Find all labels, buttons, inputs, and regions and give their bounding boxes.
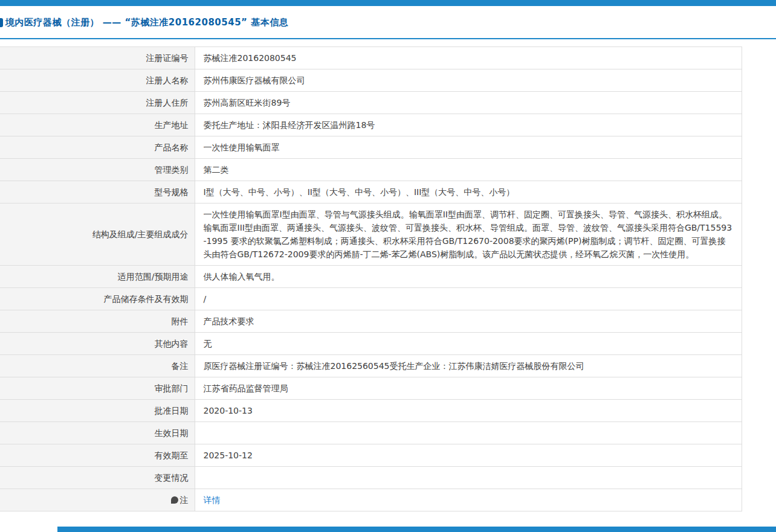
row-label: 注册人名称 <box>0 69 195 92</box>
row-label: 备注 <box>0 355 195 377</box>
row-value <box>195 467 742 489</box>
row-value: 江苏省药品监督管理局 <box>195 377 742 400</box>
page-title: 境内医疗器械（注册） —— “苏械注准20162080545” 基本信息 <box>5 17 288 28</box>
detail-link[interactable]: 详情 <box>204 495 221 505</box>
table-row: 附件产品技术要求 <box>0 310 742 333</box>
row-label: 适用范围/预期用途 <box>0 266 195 288</box>
table-row: 变更情况 <box>0 467 742 489</box>
row-label: 型号规格 <box>0 181 195 204</box>
row-label: 批准日期 <box>0 400 195 422</box>
table-row: 其他内容无 <box>0 333 742 355</box>
row-value: / <box>195 288 742 310</box>
table-row: 注册人名称苏州伟康医疗器械有限公司 <box>0 69 742 92</box>
row-label: 产品储存条件及有效期 <box>0 288 195 310</box>
table-row: 批准日期2020-10-13 <box>0 400 742 422</box>
table-row: 注册证编号苏械注准20162080545 <box>0 47 742 69</box>
table-row: 生效日期 <box>0 422 742 444</box>
row-label: 变更情况 <box>0 467 195 489</box>
row-label: 其他内容 <box>0 333 195 355</box>
row-label: 管理类别 <box>0 159 195 181</box>
row-value: 苏州伟康医疗器械有限公司 <box>195 69 742 92</box>
info-table-body: 注册证编号苏械注准20162080545注册人名称苏州伟康医疗器械有限公司注册人… <box>0 47 742 511</box>
table-row: 适用范围/预期用途供人体输入氧气用。 <box>0 266 742 288</box>
row-value: I型（大号、中号、小号）、II型（大号、中号、小号）、III型（大号、中号、小号… <box>195 181 742 204</box>
table-row: 生产地址委托生产地址：沭阳县经济开发区温州路18号 <box>0 114 742 136</box>
row-value: 2025-10-12 <box>195 444 742 467</box>
table-row: 型号规格I型（大号、中号、小号）、II型（大号、中号、小号）、III型（大号、中… <box>0 181 742 204</box>
row-value: 一次性使用输氧面罩 <box>195 136 742 159</box>
row-value: 苏械注准20162080545 <box>195 47 742 69</box>
registration-info-table: 注册证编号苏械注准20162080545注册人名称苏州伟康医疗器械有限公司注册人… <box>0 46 742 511</box>
row-value: 详情 <box>195 489 742 511</box>
registration-info-section: 注册证编号苏械注准20162080545注册人名称苏州伟康医疗器械有限公司注册人… <box>0 46 776 511</box>
row-value <box>195 422 742 444</box>
list-icon <box>0 18 3 27</box>
row-label: 生产地址 <box>0 114 195 136</box>
table-row: 注详情 <box>0 489 742 511</box>
row-label: 生效日期 <box>0 422 195 444</box>
row-label: 附件 <box>0 310 195 333</box>
table-row: 管理类别第二类 <box>0 159 742 181</box>
row-value: 供人体输入氧气用。 <box>195 266 742 288</box>
table-row: 备注原医疗器械注册证编号：苏械注准20162560545受托生产企业：江苏伟康洁… <box>0 355 742 377</box>
table-row: 产品储存条件及有效期/ <box>0 288 742 310</box>
row-value: 2020-10-13 <box>195 400 742 422</box>
table-row: 产品名称一次性使用输氧面罩 <box>0 136 742 159</box>
row-label: 有效期至 <box>0 444 195 467</box>
row-label: 审批部门 <box>0 377 195 400</box>
row-label: 结构及组成/主要组成成分 <box>0 204 195 266</box>
row-label: 注 <box>0 489 195 511</box>
row-value: 原医疗器械注册证编号：苏械注准20162560545受托生产企业：江苏伟康洁婧医… <box>195 355 742 377</box>
table-row: 注册人住所苏州高新区旺米街89号 <box>0 92 742 114</box>
bottom-accent-bar <box>57 527 776 532</box>
row-value: 苏州高新区旺米街89号 <box>195 92 742 114</box>
table-row: 审批部门江苏省药品监督管理局 <box>0 377 742 400</box>
note-icon <box>171 496 178 504</box>
top-accent-bar <box>0 0 776 6</box>
row-label: 产品名称 <box>0 136 195 159</box>
row-value: 委托生产地址：沭阳县经济开发区温州路18号 <box>195 114 742 136</box>
row-label: 注册人住所 <box>0 92 195 114</box>
table-row: 结构及组成/主要组成成分一次性使用输氧面罩I型由面罩、导管与气源接头组成。输氧面… <box>0 204 742 266</box>
row-value: 第二类 <box>195 159 742 181</box>
row-value: 产品技术要求 <box>195 310 742 333</box>
row-label: 注册证编号 <box>0 47 195 69</box>
row-value: 一次性使用输氧面罩I型由面罩、导管与气源接头组成。输氧面罩II型由面罩、调节杆、… <box>195 204 742 266</box>
table-row: 有效期至2025-10-12 <box>0 444 742 467</box>
page-header: 境内医疗器械（注册） —— “苏械注准20162080545” 基本信息 <box>0 6 776 39</box>
row-value: 无 <box>195 333 742 355</box>
